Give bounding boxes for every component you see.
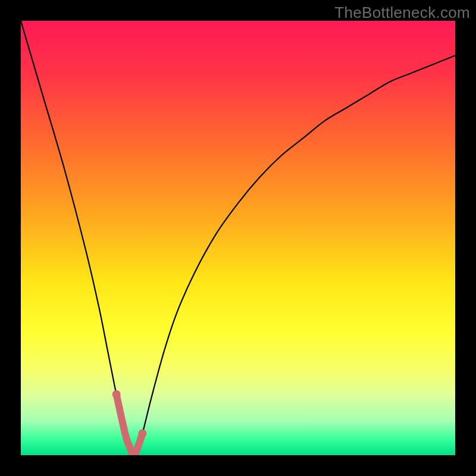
highlight-dot: [112, 390, 121, 399]
highlight-dot: [138, 430, 146, 438]
curve-highlight: [117, 394, 143, 455]
plot-area: [21, 21, 455, 455]
watermark-text: TheBottleneck.com: [334, 4, 470, 22]
curve-line: [21, 21, 455, 455]
bottleneck-curve: [21, 21, 455, 455]
chart-frame: TheBottleneck.com: [0, 0, 476, 476]
